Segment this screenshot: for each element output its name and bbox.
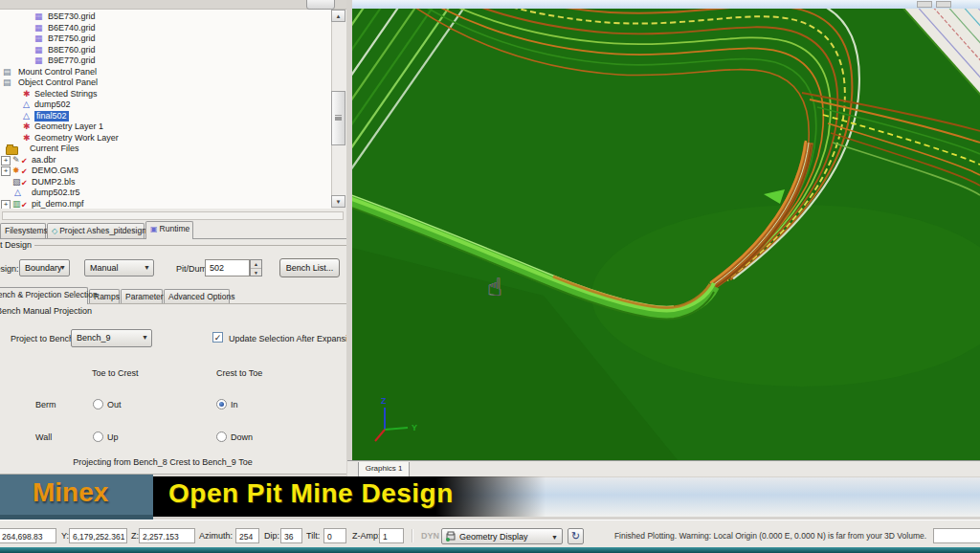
tab-bench-projection-selection[interactable]: Bench & Projection Selection [0,287,88,304]
bls-file-icon: ▧ [12,177,21,187]
tree-item-mount-control-panel[interactable]: ▤Mount Control Panel [0,67,331,77]
tab-label: Filesystems [5,226,48,235]
tab-label: Ramps [94,292,120,301]
scrollbar-down-icon[interactable]: ▼ [331,195,345,208]
scrollbar-up-icon[interactable]: ▲ [331,10,345,22]
update-selection-checkbox[interactable]: ✓ [212,332,223,343]
tree-item-pit-demo-mpf[interactable]: +▥✔pit_demo.mpf [0,199,331,210]
pit-dump-value: 502 [210,263,224,273]
tab-filesystems[interactable]: Filesystems [0,223,46,239]
tab-project-ashes-pitdesign[interactable]: ◇Project Ashes_pitdesign [47,223,145,239]
azimuth-label: Azimuth: [199,531,233,541]
tree-item-label: Geometry Work Layer [34,133,119,144]
project-to-bench-label: Project to Bench: [11,334,77,343]
stepper-up-icon[interactable]: ▲ [251,260,261,269]
x-coordinate-field[interactable]: 264,698.83 [0,528,56,543]
hand-cursor-icon: ☝ [487,273,502,301]
tree-item-selected-strings[interactable]: ✱Selected Strings [0,89,331,100]
viewport-top-strip [352,0,980,9]
tree-item-geometry-layer-1[interactable]: ✱Geometry Layer 1 [0,122,331,132]
z-coordinate-field[interactable]: 2,257.153 [139,528,195,543]
status-bar: 264,698.83 Y: 6,179,252.361 Z: 2,257.153… [0,520,980,548]
tab-label: Runtime [160,224,190,233]
tree-item-b5e730-grid[interactable]: ▦B5E730.grid [0,11,331,22]
grid-icon: ▦ [34,45,43,55]
expand-icon[interactable]: + [1,200,11,210]
tree-item-label: Geometry Layer 1 [34,122,103,132]
tab-runtime[interactable]: ▣Runtime [145,221,193,239]
tree-item-geometry-work-layer[interactable]: ✱Geometry Work Layer [0,133,331,144]
radio-berm-in[interactable] [216,399,227,409]
refresh-icon[interactable]: ↻ [568,528,584,544]
cropped-window-control [936,1,951,8]
tree-item-object-control-panel[interactable]: ▤Object Control Panel [0,77,331,88]
tree-item-dump502[interactable]: △dump502 [0,100,331,110]
tab-graphics-1[interactable]: Graphics 1 [358,462,410,477]
projection-tab-page [0,303,348,475]
cropped-toolbar-button[interactable] [306,0,335,10]
red-check-icon: ✔ [21,179,28,188]
tree-item-b7e750-grid[interactable]: ▦B7E750.grid [0,33,331,44]
project-to-bench-value: Bench_9 [77,333,111,343]
minex-logo-block: Minex [0,475,153,520]
tree-item-label: pit_demo.mpf [32,199,84,210]
tab-parameters[interactable]: Parameters [121,289,163,304]
expand-icon[interactable]: + [1,156,11,166]
geometry-display-value: Geometry Display [459,532,528,542]
stepper-down-icon[interactable]: ▼ [251,269,261,276]
tree-item-b8e760-grid[interactable]: ▦B8E760.grid [0,45,331,55]
triangulation-icon: △ [23,100,30,109]
graphics-3d-viewport[interactable]: Z Y ☝ [352,9,980,460]
tree-item-label: Mount Control Panel [18,67,97,77]
bench-manual-projection-label: Bench Manual Projection [0,306,95,316]
tree-item-label: B8E760.grid [48,45,96,55]
expand-icon[interactable]: + [1,166,11,176]
tree-item-final502[interactable]: △final502 [0,111,331,122]
z-label: Z: [131,531,139,541]
bench-list-button[interactable]: Bench List... [279,258,340,277]
radio-label-up: Up [107,432,119,442]
tilt-field[interactable]: 0 [323,528,346,543]
tree-item-current-files[interactable]: Current Files [0,144,331,154]
geometry-icon: ✱ [23,133,31,143]
radio-berm-out[interactable] [93,399,103,409]
tree-item-dump2-bls[interactable]: ▧✔DUMP2.bls [0,177,331,188]
azimuth-field[interactable]: 254 [235,528,259,543]
project-to-bench-dropdown[interactable]: Bench_9 ▼ [71,329,152,347]
pit-dump-stepper[interactable]: ▲ ▼ [250,259,262,276]
tree-item-aa-dbr[interactable]: +✎✔aa.dbr [0,155,331,166]
dip-label: Dip: [264,531,279,541]
design-type-dropdown[interactable]: Boundary ▼ [19,259,70,276]
window-top-strip [0,0,347,10]
tree-item-label: Object Control Panel [18,77,98,88]
tree-item-b9e770-grid[interactable]: ▦B9E770.grid [0,55,331,66]
tab-label: Advanced Options [168,292,234,301]
design-mode-dropdown[interactable]: Manual ▼ [84,259,154,276]
application-screenshot: { "tree": { "items": [ {"label":"B5E730.… [0,0,980,553]
radio-wall-down[interactable] [216,431,227,442]
tree-item-label: B5E730.grid [48,11,96,22]
axis-z-label: Z [381,396,387,406]
tilt-label: Tilt: [306,531,320,541]
tree-item-label: DUMP2.bls [32,177,76,188]
tree-item-demo-gm3[interactable]: +✸✔DEMO.GM3 [0,166,331,176]
tab-advanced-options[interactable]: Advanced Options [164,289,230,304]
radio-wall-up[interactable] [93,431,103,442]
grid-icon: ▦ [34,33,43,43]
tab-label: Bench & Projection Selection [0,290,98,299]
dip-field[interactable]: 36 [280,528,302,543]
zamp-field[interactable]: 1 [379,528,404,543]
tree-item-b6e740-grid[interactable]: ▦B6E740.grid [0,23,331,33]
tree-scrollbar-thumb[interactable] [331,91,345,145]
control-panel-icon: ▤ [3,77,11,87]
tree-item-dump502-tr5[interactable]: △dump502.tr5 [0,188,331,198]
tree-item-label: dump502.tr5 [32,188,80,198]
y-label: Y: [61,531,69,541]
pit-dump-input[interactable]: 502 [205,259,250,276]
y-coordinate-field[interactable]: 6,179,252.361 [69,528,127,543]
tree-item-label: B9E770.grid [48,55,96,66]
geometry-display-dropdown[interactable]: Geometry Display ▼ [441,528,563,544]
tree-item-label: B7E750.grid [48,33,96,44]
chevron-down-icon: ▼ [551,534,558,541]
chevron-down-icon: ▼ [142,334,148,341]
